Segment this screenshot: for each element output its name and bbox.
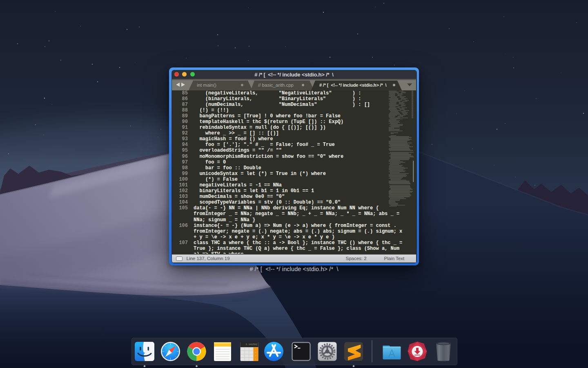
svg-text:// basic_arith.cpp: // basic_arith.cpp bbox=[258, 82, 294, 87]
svg-text:int main(): int main() bbox=[197, 82, 216, 87]
svg-text:3.141592: 3.141592 bbox=[245, 343, 257, 346]
svg-text:# /* [ <!-- */ include <stdio: # /* [ <!-- */ include <stdio.h> /* \ bbox=[319, 82, 386, 87]
